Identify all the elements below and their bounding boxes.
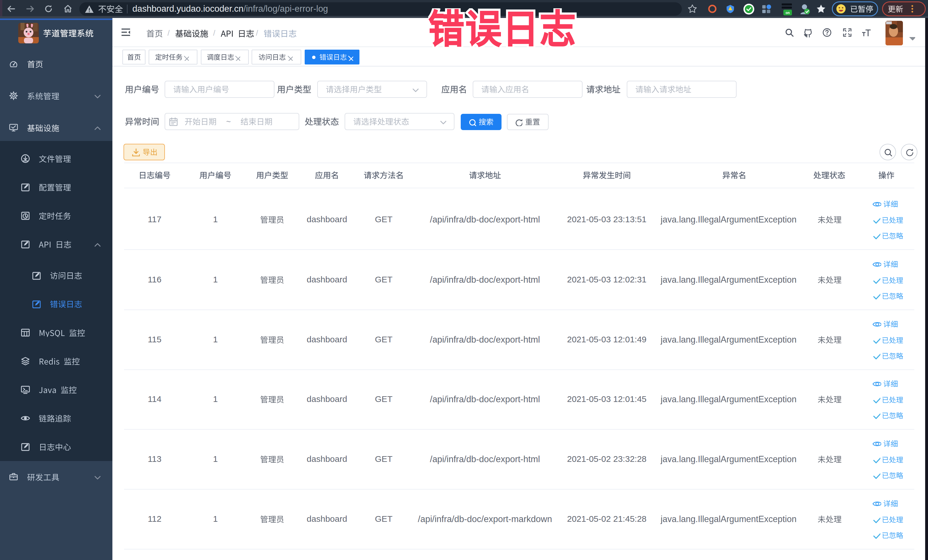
svg-text:on: on <box>786 11 790 15</box>
